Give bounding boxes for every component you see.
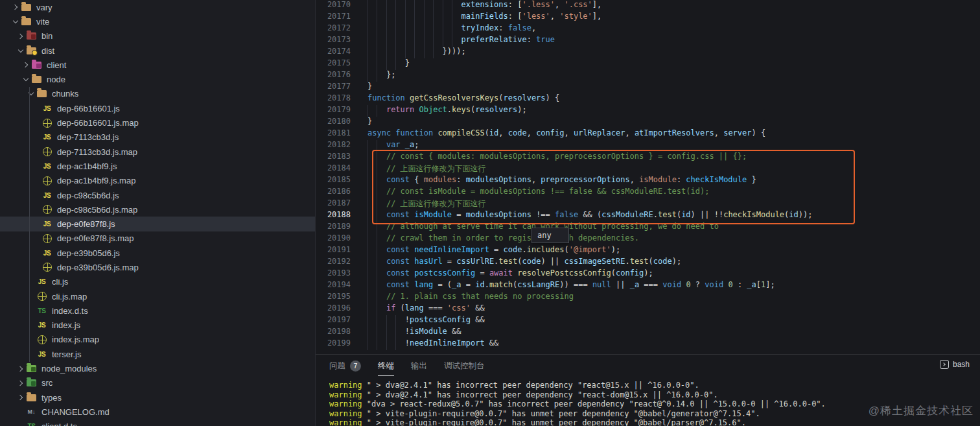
tree-item-dep-c98c5b6d-js-map[interactable]: dep-c98c5b6d.js.map <box>0 202 315 217</box>
code-line[interactable]: !postcssConfig && <box>368 315 980 327</box>
tree-item-dep-e0fe87f8-js[interactable]: JSdep-e0fe87f8.js <box>0 217 315 231</box>
code-line[interactable]: // although at serve time it can work wi… <box>368 222 980 233</box>
js-file-icon: JS <box>41 219 52 230</box>
tree-item-types[interactable]: types <box>0 390 315 405</box>
line-number: 20192 <box>316 257 368 268</box>
tree-item-index-js[interactable]: JSindex.js <box>0 318 315 333</box>
tree-item-client-d-ts[interactable]: TSclient.d.ts <box>0 420 315 426</box>
tree-item-dep-ac1b4bf9-js-map[interactable]: dep-ac1b4bf9.js.map <box>0 174 315 188</box>
tree-item-dep-7113cb3d-js-map[interactable]: dep-7113cb3d.js.map <box>0 145 315 159</box>
tree-item-dep-e39b05d6-js-map[interactable]: dep-e39b05d6.js.map <box>0 260 315 274</box>
tab-debug-console[interactable]: 调试控制台 <box>444 355 485 376</box>
code-line[interactable]: // crawl them in order to register watch… <box>368 233 980 245</box>
line-number: 20182 <box>316 140 368 152</box>
file-label: dep-e39b05d6.js <box>57 248 120 258</box>
code-line[interactable]: }; <box>368 70 980 82</box>
tab-problems[interactable]: 问题7 <box>329 355 361 376</box>
code-line[interactable]: var _a; <box>368 140 980 152</box>
code-line[interactable]: const isModule = modulesOptions !== fals… <box>368 210 980 222</box>
tree-item-dep-e39b05d6-js[interactable]: JSdep-e39b05d6.js <box>0 246 315 260</box>
code-line[interactable]: // 上面这行修改为下面这行 <box>368 163 980 175</box>
chevron-down-icon[interactable] <box>26 89 36 99</box>
tree-item-index-d-ts[interactable]: TSindex.d.ts <box>0 303 315 318</box>
code-line[interactable]: function getCssResolversKeys(resolvers) … <box>368 93 980 105</box>
tree-indent-guide <box>29 87 30 362</box>
chevron-down-icon[interactable] <box>10 16 21 27</box>
code-line[interactable]: !needInlineImport && <box>368 338 980 350</box>
code-line[interactable]: mainFields: ['less', 'style'], <box>368 12 980 23</box>
code-line[interactable]: // 上面这行修改为下面这行 <box>368 198 980 210</box>
tree-item-dep-66b16601-js[interactable]: JSdep-66b16601.js <box>0 101 315 115</box>
tree-item-vite[interactable]: vite <box>0 14 315 29</box>
chevron-down-icon[interactable] <box>21 75 31 85</box>
chevron-right-icon[interactable] <box>16 31 26 41</box>
file-label: cli.js <box>52 277 68 287</box>
code-line[interactable]: } <box>368 117 980 128</box>
tree-item-cli-js-map[interactable]: cli.js.map <box>0 289 315 303</box>
code-line[interactable]: return Object.keys(resolvers); <box>368 105 980 117</box>
tab-output[interactable]: 输出 <box>411 355 427 376</box>
chevron-down-icon[interactable] <box>16 45 26 56</box>
code-line[interactable]: const lang = (_a = id.match(cssLangRE)) … <box>368 280 980 292</box>
code-line[interactable]: // 1. plain css that needs no processing <box>368 292 980 303</box>
code-line[interactable]: tryIndex: false, <box>368 23 980 35</box>
line-number: 20187 <box>316 198 368 210</box>
chevron-right-icon[interactable] <box>16 364 26 374</box>
tree-item-dist[interactable]: dist <box>0 43 315 58</box>
tree-item-dep-e0fe87f8-js-map[interactable]: dep-e0fe87f8.js.map <box>0 231 315 246</box>
code-line[interactable]: // const { modules: modulesOptions, prep… <box>368 152 980 163</box>
chevron-right-icon[interactable] <box>10 2 21 12</box>
code-line[interactable]: extensions: ['.less', '.css'], <box>368 0 980 12</box>
code-line[interactable]: async function compileCSS(id, code, conf… <box>368 128 980 140</box>
code-line[interactable]: const postcssConfig = await resolvePostc… <box>368 268 980 280</box>
line-number: 20197 <box>316 315 368 327</box>
shell-selector[interactable]: bash <box>940 360 970 369</box>
code-editor[interactable]: 2017020171201722017320174201752017620177… <box>316 0 980 354</box>
file-label: dep-66b16601.js.map <box>57 118 139 128</box>
tree-item-dep-66b16601-js-map[interactable]: dep-66b16601.js.map <box>0 115 315 130</box>
tree-item-bin[interactable]: bin <box>0 29 315 43</box>
code-line[interactable]: }))); <box>368 47 980 58</box>
tree-item-dep-ac1b4bf9-js[interactable]: JSdep-ac1b4bf9.js <box>0 159 315 173</box>
tree-item-changelog-md[interactable]: M↓CHANGELOG.md <box>0 405 315 419</box>
code-line[interactable]: } <box>368 82 980 93</box>
tree-item-src[interactable]: src <box>0 376 315 390</box>
tree-item-node-modules[interactable]: node_modules <box>0 361 315 375</box>
file-label: dep-ac1b4bf9.js <box>57 161 117 171</box>
tree-item-terser-js[interactable]: JSterser.js <box>0 347 315 361</box>
code-line[interactable]: const { modules: modulesOptions, preproc… <box>368 175 980 187</box>
file-label: dep-e0fe87f8.js.map <box>57 233 134 243</box>
chevron-right-icon[interactable] <box>16 392 26 403</box>
tree-item-node[interactable]: node <box>0 72 315 86</box>
terminal-line: warning " > dva@2.4.1" has incorrect pee… <box>329 390 980 400</box>
file-label: client.d.ts <box>41 421 77 426</box>
code-line[interactable]: const hasUrl = cssUrlRE.test(code) || cs… <box>368 257 980 268</box>
code-line[interactable]: if (lang === 'css' && <box>368 303 980 315</box>
js-file-icon: JS <box>41 103 52 114</box>
vscode-window: varyvitebindistclientnodechunksJSdep-66b… <box>0 0 980 426</box>
code-line[interactable]: // const isModule = modulesOptions !== f… <box>368 187 980 198</box>
tab-terminal[interactable]: 终端 <box>378 355 394 376</box>
chevron-right-icon[interactable] <box>21 60 31 70</box>
tree-item-client[interactable]: client <box>0 58 315 72</box>
code-line[interactable]: !isModule && <box>368 327 980 338</box>
chevron-spacer <box>31 204 41 215</box>
tree-item-dep-c98c5b6d-js[interactable]: JSdep-c98c5b6d.js <box>0 188 315 202</box>
chevron-right-icon[interactable] <box>16 378 26 388</box>
file-label: bin <box>41 31 52 41</box>
tree-item-chunks[interactable]: chunks <box>0 87 315 101</box>
tree-item-dep-7113cb3d-js[interactable]: JSdep-7113cb3d.js <box>0 130 315 145</box>
file-label: dep-c98c5b6d.js.map <box>57 205 137 215</box>
tree-item-vary[interactable]: vary <box>0 0 315 14</box>
tree-item-index-js-map[interactable]: index.js.map <box>0 333 315 347</box>
line-number: 20181 <box>316 128 368 140</box>
line-number: 20184 <box>316 163 368 175</box>
code-line[interactable]: } <box>368 58 980 70</box>
tree-item-cli-js[interactable]: JScli.js <box>0 275 315 289</box>
line-number: 20186 <box>316 187 368 198</box>
sourcemap-file-icon <box>41 262 52 273</box>
code-line[interactable]: const needInlineImport = code.includes('… <box>368 245 980 257</box>
watermark: @稀土掘金技术社区 <box>869 403 974 418</box>
code-line[interactable]: preferRelative: true <box>368 35 980 47</box>
file-label: dep-7113cb3d.js <box>57 132 119 142</box>
